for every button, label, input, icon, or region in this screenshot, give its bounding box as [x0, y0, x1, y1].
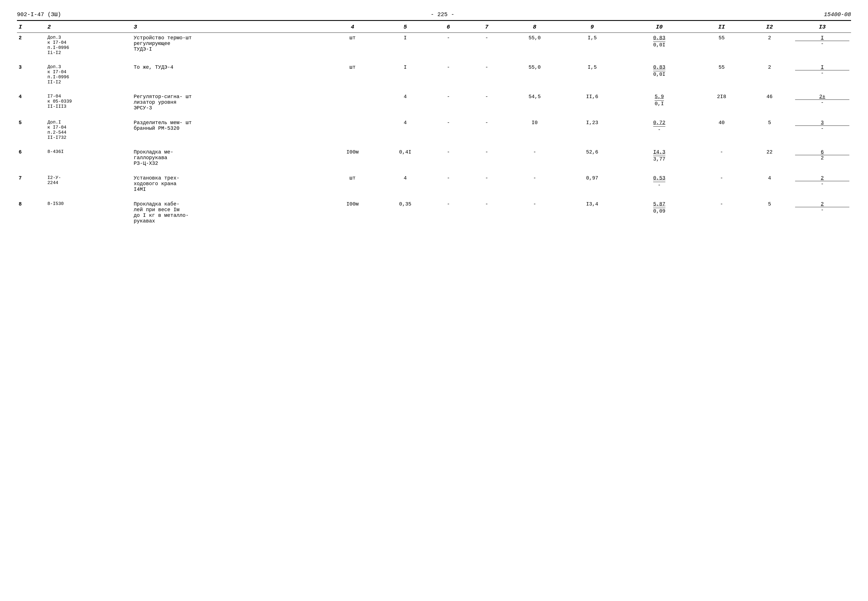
- row-col7: -: [468, 117, 506, 142]
- row-col12: 46: [746, 92, 794, 113]
- row-ref: Доп.I к I7-04 п.2-544 II-I732: [46, 117, 132, 142]
- main-table: I 2 3 4 5 6 7 8 9 I0 II I2 I3 2Доп.3 к I…: [17, 21, 851, 231]
- row-col11: -: [697, 173, 746, 194]
- row-unit: I00м: [324, 199, 381, 226]
- header-right-code: 15400-08: [824, 11, 851, 18]
- row-col9: I3,4: [563, 199, 621, 226]
- row-ref: Доп.3 к I7-04 п.I-0996 Ii-I2: [46, 33, 132, 58]
- row-col8: I0: [506, 117, 563, 142]
- row-col5: 4: [381, 173, 429, 194]
- row-desc: Разделитель мем- штбранный РМ-5320: [132, 117, 324, 142]
- row-unit: шт: [324, 62, 381, 87]
- row-col7: -: [468, 173, 506, 194]
- row-col10: I4,33,77: [621, 147, 697, 168]
- row-col10: 5,90,I: [621, 92, 697, 113]
- row-col6: -: [429, 62, 468, 87]
- row-col7: -: [468, 62, 506, 87]
- row-col8: -: [506, 199, 563, 226]
- row-desc: Прокладка кабе-лей при весе Iмдо I кг в …: [132, 199, 324, 226]
- row-col11: 2I8: [697, 92, 746, 113]
- row-unit: шт: [324, 173, 381, 194]
- row-col11: -: [697, 199, 746, 226]
- row-col8: -: [506, 173, 563, 194]
- row-col6: -: [429, 92, 468, 113]
- header: 902-I-47 (ЗШ) - 225 - 15400-08: [17, 11, 851, 18]
- row-col5: 4: [381, 117, 429, 142]
- spacer-row: [17, 58, 851, 62]
- row-col11: -: [697, 147, 746, 168]
- row-col12: 22: [746, 147, 794, 168]
- row-col9: 52,6: [563, 147, 621, 168]
- row-num: 4: [17, 92, 46, 113]
- col-header-2: 2: [46, 21, 132, 33]
- row-col6: -: [429, 117, 468, 142]
- row-col8: -: [506, 147, 563, 168]
- row-col8: 54,5: [506, 92, 563, 113]
- row-col7: -: [468, 147, 506, 168]
- row-num: 5: [17, 117, 46, 142]
- row-col6: -: [429, 199, 468, 226]
- table-row: 4I7-04 к 05-0339 II-III3Регулятор-сигна-…: [17, 92, 851, 113]
- col-header-6: 6: [429, 21, 468, 33]
- col-header-4: 4: [324, 21, 381, 33]
- row-col5: 4: [381, 92, 429, 113]
- col-header-13: I3: [793, 21, 851, 33]
- table-row: 7I2-У- 2244Установка трех-ходового крана…: [17, 173, 851, 194]
- col-header-8: 8: [506, 21, 563, 33]
- row-col11: 40: [697, 117, 746, 142]
- row-num: 3: [17, 62, 46, 87]
- row-desc: То же, ТУДЭ-4: [132, 62, 324, 87]
- table-row: 3Доп.3 к I7-04 п.I-0996 II-I2То же, ТУДЭ…: [17, 62, 851, 87]
- row-unit: I00м: [324, 147, 381, 168]
- col-header-12: I2: [746, 21, 794, 33]
- spacer-row: [17, 142, 851, 147]
- row-col13: 3-: [793, 117, 851, 142]
- row-col12: 5: [746, 199, 794, 226]
- row-col8: 55,0: [506, 62, 563, 87]
- row-col7: -: [468, 199, 506, 226]
- row-col5: I: [381, 62, 429, 87]
- col-header-1: I: [17, 21, 46, 33]
- row-ref: I2-У- 2244: [46, 173, 132, 194]
- row-col6: -: [429, 173, 468, 194]
- row-col13: 2-: [793, 173, 851, 194]
- spacer-row: [17, 87, 851, 92]
- row-ref: 8-I530: [46, 199, 132, 226]
- row-col11: 55: [697, 33, 746, 58]
- row-unit: шт: [324, 33, 381, 58]
- header-dash2: -: [451, 11, 454, 18]
- row-col10: 5,870,09: [621, 199, 697, 226]
- row-num: 6: [17, 147, 46, 168]
- row-col12: 4: [746, 173, 794, 194]
- row-desc: Установка трех-ходового кранаI4МI: [132, 173, 324, 194]
- row-col10: 0,53-: [621, 173, 697, 194]
- row-col7: -: [468, 92, 506, 113]
- spacer-row: [17, 168, 851, 173]
- row-col12: 5: [746, 117, 794, 142]
- row-num: 7: [17, 173, 46, 194]
- row-col13: 2±-: [793, 92, 851, 113]
- spacer-row: [17, 113, 851, 117]
- row-num: 8: [17, 199, 46, 226]
- row-col8: 55,0: [506, 33, 563, 58]
- column-header-row: I 2 3 4 5 6 7 8 9 I0 II I2 I3: [17, 21, 851, 33]
- col-header-5: 5: [381, 21, 429, 33]
- row-col6: -: [429, 33, 468, 58]
- row-unit: [324, 117, 381, 142]
- row-col5: 0,4I: [381, 147, 429, 168]
- table-row: 5Доп.I к I7-04 п.2-544 II-I732Разделител…: [17, 117, 851, 142]
- spacer-row: [17, 226, 851, 231]
- row-desc: Устройство термо-штрегулирующееТУДЭ-I: [132, 33, 324, 58]
- row-col13: 2-: [793, 199, 851, 226]
- col-header-11: II: [697, 21, 746, 33]
- row-ref: I7-04 к 05-0339 II-III3: [46, 92, 132, 113]
- row-col9: II,6: [563, 92, 621, 113]
- table-row: 88-I530Прокладка кабе-лей при весе Iмдо …: [17, 199, 851, 226]
- row-col13: I-: [793, 62, 851, 87]
- table-row: 2Доп.3 к I7-04 п.I-0996 Ii-I2Устройство …: [17, 33, 851, 58]
- col-header-7: 7: [468, 21, 506, 33]
- row-col11: 55: [697, 62, 746, 87]
- row-col13: I-: [793, 33, 851, 58]
- row-col10: 0,830,0I: [621, 62, 697, 87]
- row-col9: I,5: [563, 33, 621, 58]
